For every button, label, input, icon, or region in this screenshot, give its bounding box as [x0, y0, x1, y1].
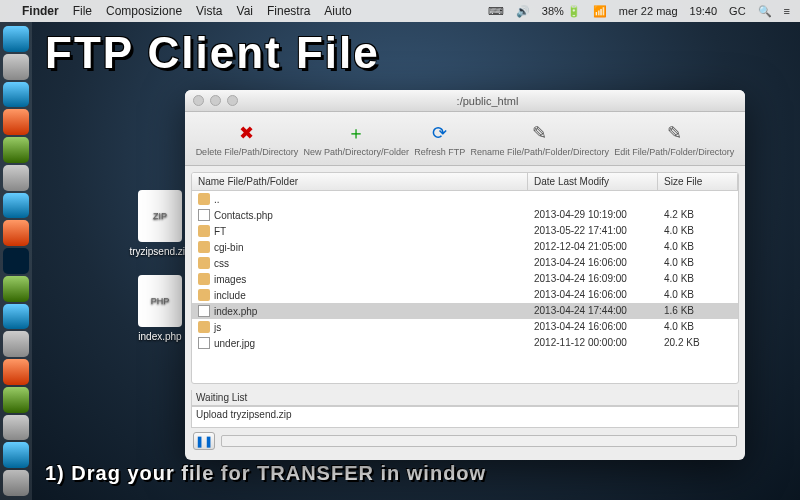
new-folder-button[interactable]: ＋ New Path/Directory/Folder [303, 121, 409, 157]
file-row[interactable]: css2013-04-24 16:06:004.0 KB [192, 255, 738, 271]
battery-status[interactable]: 38% 🔋 [542, 5, 581, 18]
ftp-window: :/public_html ✖ Delete File/Path/Directo… [185, 90, 745, 460]
wifi-icon[interactable]: 📶 [593, 5, 607, 18]
folder-icon [198, 257, 210, 269]
file-name: cgi-bin [214, 242, 243, 253]
window-titlebar[interactable]: :/public_html [185, 90, 745, 112]
window-title: :/public_html [238, 95, 737, 107]
file-date: 2012-12-04 21:05:00 [528, 240, 658, 254]
column-date[interactable]: Date Last Modify [528, 173, 658, 190]
file-date: 2013-04-24 16:06:00 [528, 320, 658, 334]
dock-app-icon[interactable] [3, 109, 29, 135]
dock-app-icon[interactable] [3, 387, 29, 413]
date-display[interactable]: mer 22 mag [619, 5, 678, 17]
folder-icon [198, 321, 210, 333]
edit-icon: ✎ [662, 121, 686, 145]
menu-finestra[interactable]: Finestra [267, 4, 310, 18]
file-date: 2012-11-12 00:00:00 [528, 336, 658, 350]
file-row[interactable]: under.jpg2012-11-12 00:00:0020.2 KB [192, 335, 738, 351]
file-size: 20.2 KB [658, 336, 738, 350]
dock-app-icon[interactable] [3, 137, 29, 163]
overlay-title: FTP Client File [45, 28, 380, 78]
dock-trash-icon[interactable] [3, 470, 29, 496]
new-folder-icon: ＋ [344, 121, 368, 145]
dock-app-icon[interactable] [3, 276, 29, 302]
pause-button[interactable]: ❚❚ [193, 432, 215, 450]
zip-icon: ZIP [138, 190, 182, 242]
file-date: 2013-05-22 17:41:00 [528, 224, 658, 238]
menu-vai[interactable]: Vai [237, 4, 253, 18]
file-name: images [214, 274, 246, 285]
dock-app-icon[interactable] [3, 220, 29, 246]
file-name: include [214, 290, 246, 301]
file-row[interactable]: images2013-04-24 16:09:004.0 KB [192, 271, 738, 287]
file-list[interactable]: Name File/Path/Folder Date Last Modify S… [191, 172, 739, 384]
refresh-icon: ⟳ [428, 121, 452, 145]
file-row[interactable]: cgi-bin2012-12-04 21:05:004.0 KB [192, 239, 738, 255]
waiting-list[interactable]: Upload tryzipsend.zip [191, 406, 739, 428]
delete-button[interactable]: ✖ Delete File/Path/Directory [196, 121, 299, 157]
minimize-icon[interactable] [210, 95, 221, 106]
menu-vista[interactable]: Vista [196, 4, 222, 18]
file-date [528, 192, 658, 206]
dock-photoshop-icon[interactable] [3, 248, 29, 274]
file-row[interactable]: js2013-04-24 16:06:004.0 KB [192, 319, 738, 335]
keyboard-icon[interactable]: ⌨ [488, 5, 504, 18]
folder-icon [198, 273, 210, 285]
overlay-instruction: 1) Drag your file for TRANSFER in window [45, 462, 486, 485]
refresh-button[interactable]: ⟳ Refresh FTP [414, 121, 465, 157]
file-size: 1.6 KB [658, 304, 738, 318]
dock-app-icon[interactable] [3, 193, 29, 219]
file-row[interactable]: index.php2013-04-24 17:44:001.6 KB [192, 303, 738, 319]
dock-app-icon[interactable] [3, 415, 29, 441]
column-name[interactable]: Name File/Path/Folder [192, 173, 528, 190]
delete-icon: ✖ [235, 121, 259, 145]
file-row[interactable]: FT2013-05-22 17:41:004.0 KB [192, 223, 738, 239]
dock-app-icon[interactable] [3, 359, 29, 385]
edit-button[interactable]: ✎ Edit File/Path/Folder/Directory [614, 121, 734, 157]
spotlight-icon[interactable]: 🔍 [758, 5, 772, 18]
file-date: 2013-04-24 16:09:00 [528, 272, 658, 286]
file-name: FT [214, 226, 226, 237]
file-icon [198, 305, 210, 317]
file-row[interactable]: Contacts.php2013-04-29 10:19:004.2 KB [192, 207, 738, 223]
dock-app-icon[interactable] [3, 165, 29, 191]
column-size[interactable]: Size File [658, 173, 738, 190]
zoom-icon[interactable] [227, 95, 238, 106]
volume-icon[interactable]: 🔊 [516, 5, 530, 18]
file-date: 2013-04-29 10:19:00 [528, 208, 658, 222]
notification-icon[interactable]: ≡ [784, 5, 790, 17]
dock-app-icon[interactable] [3, 331, 29, 357]
folder-icon [198, 289, 210, 301]
close-icon[interactable] [193, 95, 204, 106]
menu-aiuto[interactable]: Aiuto [324, 4, 351, 18]
file-row[interactable]: .. [192, 191, 738, 207]
folder-icon [198, 225, 210, 237]
file-name: .. [214, 194, 220, 205]
rename-button[interactable]: ✎ Rename File/Path/Folder/Directory [470, 121, 609, 157]
folder-icon [198, 193, 210, 205]
file-name: css [214, 258, 229, 269]
time-display[interactable]: 19:40 [690, 5, 718, 17]
menu-composizione[interactable]: Composizione [106, 4, 182, 18]
dock-app-icon[interactable] [3, 442, 29, 468]
dock-finder-icon[interactable] [3, 26, 29, 52]
toolbar: ✖ Delete File/Path/Directory ＋ New Path/… [185, 112, 745, 166]
user-menu[interactable]: GC [729, 5, 746, 17]
progress-bar [221, 435, 737, 447]
menu-file[interactable]: File [73, 4, 92, 18]
file-size: 4.0 KB [658, 224, 738, 238]
menu-app[interactable]: Finder [22, 4, 59, 18]
file-date: 2013-04-24 16:06:00 [528, 256, 658, 270]
file-size: 4.0 KB [658, 288, 738, 302]
dock [0, 22, 32, 500]
file-row[interactable]: include2013-04-24 16:06:004.0 KB [192, 287, 738, 303]
file-size: 4.0 KB [658, 272, 738, 286]
dock-app-icon[interactable] [3, 82, 29, 108]
dock-app-icon[interactable] [3, 54, 29, 80]
dock-app-icon[interactable] [3, 304, 29, 330]
file-size [658, 192, 738, 206]
file-name: js [214, 322, 221, 333]
file-size: 4.0 KB [658, 256, 738, 270]
rename-icon: ✎ [528, 121, 552, 145]
